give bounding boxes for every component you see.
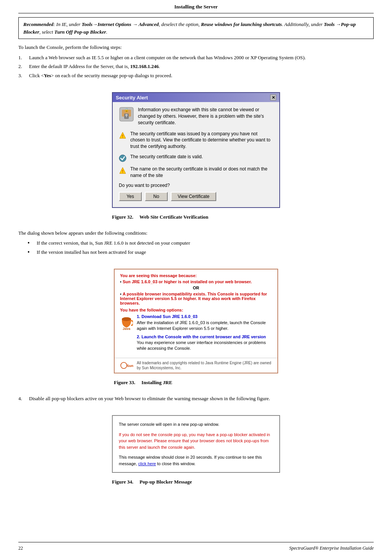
page-footer: 22 SpectraGuard® Enterprise Installation… (18, 542, 374, 555)
security-item-1-text: The security certificate was issued by a… (130, 131, 273, 150)
recommended-box: Recommended: In IE, under Tools→Internet… (18, 17, 374, 39)
security-dialog-buttons: Yes No View Certificate (119, 192, 273, 203)
jre-option-1-text: 1. Download Sun JRE 1.6.0_03 After the i… (137, 314, 272, 331)
figure-34-container: The server console will open in a new po… (112, 412, 280, 490)
security-dialog-body: 🔒 Information you exchange with this sit… (113, 102, 279, 207)
jre-dialog-body: You are seeing this message because: • S… (115, 269, 277, 357)
jre-reason1: • Sun JRE 1.6.0_03 or higher is not inst… (120, 279, 272, 284)
intro-text: To launch the Console, perform the follo… (18, 44, 374, 52)
warning-triangle-icon-2: ! (119, 167, 126, 174)
jre-reason2: • A possible browser incompatibility exi… (120, 292, 272, 305)
svg-point-12 (122, 317, 131, 321)
step-1: 1. Launch a Web browser such as IE 5.5 o… (18, 54, 374, 62)
security-item-2-text: The security certificate date is valid. (130, 154, 203, 160)
figure-32-container: Security Alert ✕ 🔒 (112, 89, 280, 224)
jre-option-1-link[interactable]: 1. Download Sun JRE 1.6.0_03 (137, 314, 198, 319)
warning-triangle-icon-1: ! (119, 131, 126, 139)
page-number: 22 (18, 545, 23, 551)
security-dialog-title-text: Security Alert (116, 95, 148, 101)
security-header-text: Information you exchange with this site … (138, 107, 273, 126)
step-3: 3. Click <Yes> on each of the security m… (18, 72, 374, 80)
svg-text:Sun: Sun (127, 364, 133, 368)
check-circle-icon (119, 154, 126, 162)
jre-option-2-link[interactable]: 2. Launch the Console with the current b… (137, 334, 266, 339)
svg-text:Java: Java (123, 327, 131, 330)
page-header: Installing the Server (18, 0, 374, 13)
dialog-intro-text: The dialog shown below appears under the… (18, 229, 374, 237)
footer-brand: SpectraGuard® Enterprise Installation Gu… (289, 545, 374, 551)
jre-options-header: You have the following options: (120, 308, 272, 312)
shield-lock-icon: 🔒 (119, 107, 134, 122)
page-title: Installing the Server (174, 4, 217, 10)
view-certificate-button[interactable]: View Certificate (171, 192, 216, 201)
security-question: Do you want to proceed? (119, 183, 273, 188)
popup-line2: If you do not see the console pop up, yo… (119, 432, 273, 451)
jre-or: OR (120, 286, 272, 290)
click-here-link[interactable]: click here (138, 461, 156, 466)
security-item-3-text: The name on the security certificate is … (130, 166, 273, 179)
popup-line3: This message window should close in 20 s… (119, 454, 273, 467)
figure-32-caption: Figure 32. Web Site Certificate Verifica… (112, 214, 208, 220)
step-4-list: 4. Disable all pop-up blockers active on… (18, 395, 374, 404)
no-button[interactable]: No (145, 192, 168, 201)
security-dialog-titlebar: Security Alert ✕ (113, 93, 279, 102)
jre-reason-header: You are seeing this message because: (120, 273, 272, 278)
security-item-1: ! The security certificate was issued by… (119, 131, 273, 150)
svg-text:🔒: 🔒 (124, 107, 129, 112)
svg-point-8 (119, 155, 126, 162)
jre-option-1: Java 1. Download Sun JRE 1.6.0_03 After … (120, 314, 272, 331)
security-dialog-close-button[interactable]: ✕ (270, 94, 276, 101)
sun-logo: Sun (120, 362, 134, 369)
jre-footer: Sun All trademarks and copyrights relate… (115, 358, 277, 373)
svg-rect-4 (126, 116, 127, 117)
step-2: 2. Enter the default IP Address for the … (18, 63, 374, 70)
security-dialog-header: 🔒 Information you exchange with this sit… (119, 107, 273, 126)
svg-text:!: ! (122, 169, 123, 174)
popup-blocker-dialog: The server console will open in a new po… (112, 415, 280, 473)
jre-option-2-text: 2. Launch the Console with the current b… (137, 334, 272, 352)
jre-option-2: 2. Launch the Console with the current b… (120, 334, 272, 352)
security-item-3: ! The name on the security certificate i… (119, 166, 273, 179)
svg-text:!: ! (122, 134, 123, 138)
condition-2: • If the version installed has not been … (18, 248, 374, 256)
conditions-list: • If the correct version, that is, Sun J… (18, 239, 374, 257)
figure-33-caption: Figure 33. Installing JRE (114, 380, 172, 386)
yes-button[interactable]: Yes (119, 192, 142, 201)
jre-footer-text: All trademarks and copyrights related to… (137, 360, 272, 370)
condition-1: • If the correct version, that is, Sun J… (18, 239, 374, 247)
steps-list: 1. Launch a Web browser such as IE 5.5 o… (18, 54, 374, 81)
jre-dialog: You are seeing this message because: • S… (114, 269, 278, 373)
svg-point-14 (121, 362, 127, 368)
step-4: 4. Disable all pop-up blockers active on… (18, 395, 374, 402)
figure-34-caption: Figure 34. Pop-up Blocker Message (112, 479, 192, 485)
popup-line1: The server console will open in a new po… (119, 421, 273, 428)
security-alert-dialog: Security Alert ✕ 🔒 (112, 92, 280, 208)
java-icon: Java (120, 315, 133, 330)
security-item-2: The security certificate date is valid. (119, 154, 273, 162)
figure-33-container: You are seeing this message because: • S… (114, 266, 278, 390)
